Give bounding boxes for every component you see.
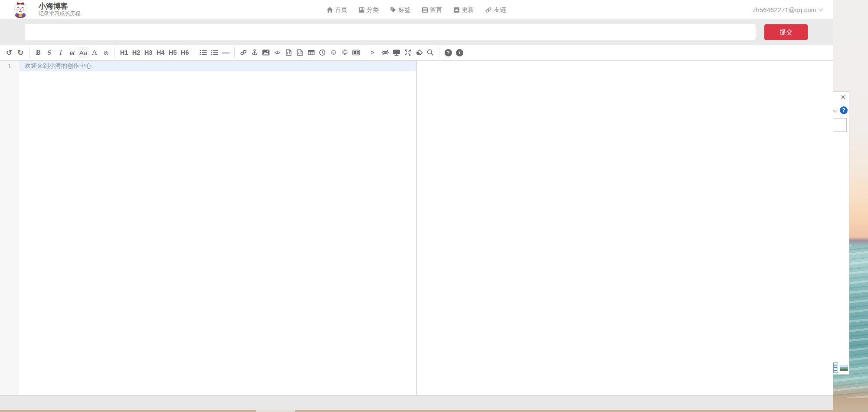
h5-icon[interactable]: H5 (167, 47, 179, 58)
strikethrough-icon[interactable]: S (44, 47, 55, 58)
toolbar-divider (439, 47, 439, 58)
h1-icon[interactable]: H1 (118, 47, 130, 58)
list-view-icon[interactable] (833, 363, 838, 373)
active-line[interactable]: 欢迎来到小海的创作中心 (19, 61, 416, 71)
datetime-icon[interactable] (317, 47, 328, 58)
search-icon[interactable] (425, 47, 436, 58)
home-icon (327, 7, 333, 13)
list-ul-icon[interactable] (197, 47, 209, 58)
table-icon[interactable] (305, 47, 317, 58)
category-icon (359, 7, 365, 13)
fullscreen-icon[interactable] (402, 47, 413, 58)
tag-icon (390, 7, 396, 13)
clear-icon[interactable] (413, 47, 425, 58)
redo-icon[interactable]: ↻ (15, 47, 26, 58)
panel-input[interactable] (834, 118, 847, 132)
nav-item-comments[interactable]: 留言 (422, 6, 442, 14)
panel-bottom-tools (833, 363, 848, 373)
composer-bar: 提交 (0, 20, 833, 45)
watch-icon[interactable] (380, 47, 391, 58)
toolbar-divider (29, 47, 29, 58)
lowercase-icon[interactable]: a (100, 47, 111, 58)
toolbar-divider (365, 47, 365, 58)
nav-item-update[interactable]: 更新 (454, 6, 474, 14)
editor-toolbar: ↺ ↻ B S I “ Aa A a H1 H2 H3 H4 H5 H6 — (0, 45, 833, 61)
editor-source-pane[interactable]: 1 欢迎来到小海的创作中心 (0, 61, 416, 395)
site-titles: 小海博客 记录学习成长历程 (39, 2, 80, 17)
user-menu[interactable]: zh56462271@qq.com (753, 6, 822, 13)
undo-icon[interactable]: ↺ (3, 47, 15, 58)
image-icon[interactable] (260, 47, 272, 58)
code-icon[interactable]: </> (272, 47, 283, 58)
goto-line-icon[interactable]: >_ (368, 47, 380, 58)
nav-item-tag[interactable]: 标签 (390, 6, 411, 14)
h3-icon[interactable]: H3 (142, 47, 154, 58)
line-number-gutter: 1 (0, 61, 19, 395)
toolbar-divider (194, 47, 194, 58)
nav-item-home[interactable]: 首页 (327, 6, 347, 14)
nav-item-links[interactable]: 友链 (485, 6, 506, 14)
header: 小海博客 记录学习成长历程 首页 分类 标签 (0, 0, 833, 20)
site-title: 小海博客 (39, 2, 80, 10)
links-icon (485, 7, 492, 13)
lowercase-words-icon[interactable]: Aa (78, 47, 89, 58)
anchor-icon[interactable] (249, 47, 260, 58)
help-badge-icon[interactable]: ? (840, 106, 848, 114)
h2-icon[interactable]: H2 (130, 47, 142, 58)
site-logo-avatar[interactable] (12, 1, 29, 18)
chevron-down-icon[interactable] (833, 108, 838, 112)
list-ol-icon[interactable] (209, 47, 220, 58)
toolbar-divider (234, 47, 235, 58)
panel-controls: ? (834, 106, 848, 114)
code-block-icon[interactable] (294, 47, 305, 58)
horizontal-scrollbar (0, 410, 868, 412)
user-email: zh56462271@qq.com (753, 6, 816, 13)
footer-band (0, 396, 833, 410)
info-icon[interactable]: i (454, 47, 465, 58)
post-title-input[interactable] (25, 24, 756, 40)
pagebreak-icon[interactable] (350, 47, 362, 58)
preview-icon[interactable] (391, 47, 402, 58)
main-nav: 首页 分类 标签 留言 (327, 0, 506, 20)
close-icon[interactable]: ✕ (840, 94, 846, 100)
page: 小海博客 记录学习成长历程 首页 分类 标签 (0, 0, 833, 410)
uppercase-icon[interactable]: A (89, 47, 100, 58)
comments-icon (422, 7, 428, 13)
scrollbar-thumb[interactable] (256, 410, 295, 412)
horizontal-rule-icon[interactable]: — (220, 47, 231, 58)
right-popup-panel: ✕ ? (833, 91, 849, 375)
quote-icon[interactable]: “ (66, 47, 78, 58)
italic-icon[interactable]: I (55, 47, 66, 58)
preformatted-text-icon[interactable] (283, 47, 294, 58)
chevron-down-icon (818, 6, 823, 11)
nav-item-category[interactable]: 分类 (359, 6, 379, 14)
emoji-icon[interactable]: ☺ (328, 47, 339, 58)
line-number: 1 (0, 61, 19, 71)
image-thumbnail-icon[interactable] (840, 365, 848, 371)
site-subtitle: 记录学习成长历程 (39, 10, 80, 17)
link-icon[interactable] (238, 47, 249, 58)
h6-icon[interactable]: H6 (179, 47, 191, 58)
help-icon[interactable]: ? (442, 47, 454, 58)
h4-icon[interactable]: H4 (154, 47, 167, 58)
editor-preview-pane (417, 61, 833, 395)
editor-placeholder-text: 欢迎来到小海的创作中心 (25, 62, 92, 70)
update-icon (454, 7, 460, 13)
bold-icon[interactable]: B (33, 47, 44, 58)
submit-button[interactable]: 提交 (764, 24, 808, 40)
markdown-editor: 1 欢迎来到小海的创作中心 (0, 61, 833, 396)
toolbar-divider (115, 47, 115, 58)
html-entities-icon[interactable]: © (339, 47, 350, 58)
